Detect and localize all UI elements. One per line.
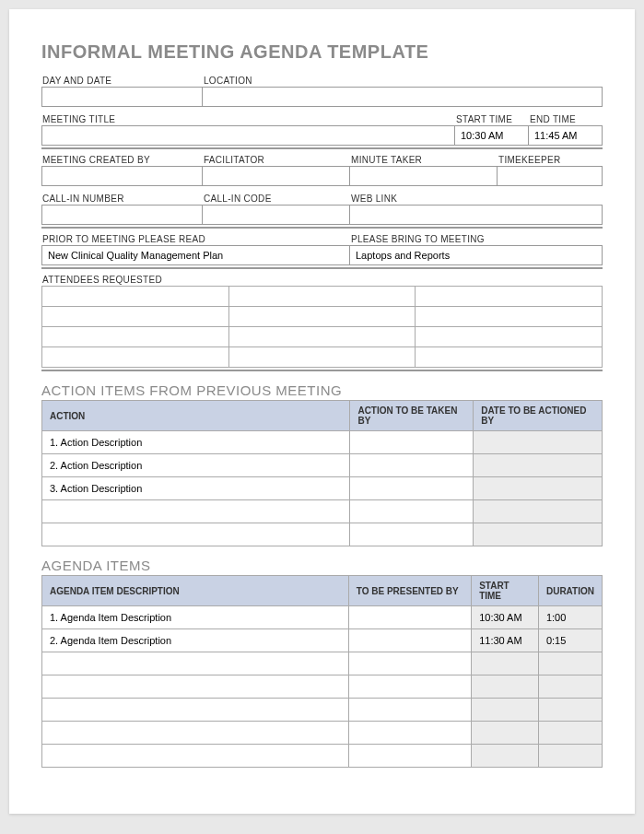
cell-start-time[interactable] xyxy=(472,652,539,675)
cell-duration[interactable] xyxy=(538,722,602,745)
cell-agenda-desc[interactable] xyxy=(42,652,349,675)
cell-action[interactable] xyxy=(42,500,350,523)
section-title-action-items: ACTION ITEMS FROM PREVIOUS MEETING xyxy=(41,382,603,398)
field-timekeeper: TIMEKEEPER xyxy=(498,155,603,186)
input-callin-code[interactable] xyxy=(203,205,350,225)
cell-date[interactable] xyxy=(474,477,603,500)
table-header-row: AGENDA ITEM DESCRIPTION TO BE PRESENTED … xyxy=(42,576,603,606)
cell-agenda-desc[interactable] xyxy=(42,675,349,699)
input-meeting-title[interactable] xyxy=(41,125,455,146)
input-end-time[interactable]: 11:45 AM xyxy=(529,125,603,146)
field-meeting-title: MEETING TITLE xyxy=(41,114,455,146)
document-page: INFORMAL MEETING AGENDA TEMPLATE DAY AND… xyxy=(9,9,635,814)
field-facilitator: FACILITATOR xyxy=(203,155,350,186)
cell-presented-by[interactable] xyxy=(348,675,471,699)
cell-start-time[interactable] xyxy=(472,745,539,768)
input-callin-number[interactable] xyxy=(41,205,203,225)
cell-taken-by[interactable] xyxy=(350,500,474,523)
cell-agenda-desc[interactable]: 2. Agenda Item Description xyxy=(42,629,349,652)
cell-duration[interactable]: 0:15 xyxy=(538,629,602,652)
table-row: 1. Action Description xyxy=(42,431,603,454)
cell-start-time[interactable] xyxy=(472,699,539,722)
row-callin: CALL-IN NUMBER CALL-IN CODE WEB LINK xyxy=(41,194,603,225)
attendee-cell[interactable] xyxy=(228,327,416,347)
cell-date[interactable] xyxy=(474,454,603,477)
table-row xyxy=(42,327,603,347)
cell-duration[interactable] xyxy=(538,745,602,768)
cell-action[interactable]: 1. Action Description xyxy=(42,431,350,454)
input-facilitator[interactable] xyxy=(203,166,350,186)
cell-start-time[interactable]: 11:30 AM xyxy=(472,629,539,652)
cell-action[interactable]: 3. Action Description xyxy=(42,477,350,500)
table-row xyxy=(42,523,603,546)
cell-date[interactable] xyxy=(474,523,603,546)
cell-presented-by[interactable] xyxy=(348,722,471,745)
cell-presented-by[interactable] xyxy=(348,652,471,675)
cell-agenda-desc[interactable]: 1. Agenda Item Description xyxy=(42,606,349,629)
cell-action[interactable] xyxy=(42,523,350,546)
row-prior-bring: PRIOR TO MEETING PLEASE READ New Clinica… xyxy=(41,234,603,265)
cell-presented-by[interactable] xyxy=(348,606,471,629)
cell-presented-by[interactable] xyxy=(348,699,471,722)
cell-duration[interactable]: 1:00 xyxy=(538,606,602,629)
cell-start-time[interactable] xyxy=(472,722,539,745)
attendee-cell[interactable] xyxy=(42,347,229,368)
input-web-link[interactable] xyxy=(350,205,603,225)
attendee-cell[interactable] xyxy=(228,307,416,327)
attendee-cell[interactable] xyxy=(42,327,229,347)
attendee-cell[interactable] xyxy=(228,347,416,368)
table-row xyxy=(42,745,603,768)
cell-date[interactable] xyxy=(474,500,603,523)
field-location: LOCATION xyxy=(203,76,603,107)
input-day-date[interactable] xyxy=(41,87,203,107)
label-callin-number: CALL-IN NUMBER xyxy=(41,194,203,204)
label-callin-code: CALL-IN CODE xyxy=(203,194,350,204)
attendee-cell[interactable] xyxy=(228,287,416,307)
input-prior-read[interactable]: New Clinical Quality Management Plan xyxy=(41,245,350,265)
cell-date[interactable] xyxy=(474,431,603,454)
table-row: 2. Agenda Item Description11:30 AM0:15 xyxy=(42,629,603,652)
label-facilitator: FACILITATOR xyxy=(203,155,350,165)
field-please-bring: PLEASE BRING TO MEETING Laptops and Repo… xyxy=(350,234,603,265)
input-timekeeper[interactable] xyxy=(498,166,603,186)
cell-taken-by[interactable] xyxy=(350,523,474,546)
row-date-location: DAY AND DATE LOCATION xyxy=(41,76,603,107)
field-day-date: DAY AND DATE xyxy=(41,76,203,107)
field-created-by: MEETING CREATED BY xyxy=(41,155,203,186)
table-row xyxy=(42,699,603,722)
label-timekeeper: TIMEKEEPER xyxy=(498,155,603,165)
cell-duration[interactable] xyxy=(538,675,602,699)
label-please-bring: PLEASE BRING TO MEETING xyxy=(350,234,603,244)
field-minute-taker: MINUTE TAKER xyxy=(350,155,498,186)
cell-action[interactable]: 2. Action Description xyxy=(42,454,350,477)
th-action: ACTION xyxy=(42,401,350,431)
input-start-time[interactable]: 10:30 AM xyxy=(455,125,529,146)
cell-start-time[interactable] xyxy=(472,675,539,699)
cell-agenda-desc[interactable] xyxy=(42,745,349,768)
cell-start-time[interactable]: 10:30 AM xyxy=(472,606,539,629)
cell-taken-by[interactable] xyxy=(350,431,474,454)
attendee-cell[interactable] xyxy=(416,347,603,368)
input-please-bring[interactable]: Laptops and Reports xyxy=(350,245,603,265)
cell-duration[interactable] xyxy=(538,652,602,675)
cell-agenda-desc[interactable] xyxy=(42,722,349,745)
cell-presented-by[interactable] xyxy=(348,629,471,652)
attendees-table xyxy=(41,286,603,368)
input-minute-taker[interactable] xyxy=(350,166,498,186)
field-end-time: END TIME 11:45 AM xyxy=(529,114,603,146)
attendee-cell[interactable] xyxy=(42,307,229,327)
input-location[interactable] xyxy=(203,87,603,107)
field-prior-read: PRIOR TO MEETING PLEASE READ New Clinica… xyxy=(41,234,350,265)
attendee-cell[interactable] xyxy=(416,307,603,327)
cell-duration[interactable] xyxy=(538,699,602,722)
attendee-cell[interactable] xyxy=(42,287,229,307)
label-attendees: ATTENDEES REQUESTED xyxy=(41,275,603,285)
cell-taken-by[interactable] xyxy=(350,454,474,477)
th-duration: DURATION xyxy=(538,576,602,606)
cell-presented-by[interactable] xyxy=(348,745,471,768)
cell-agenda-desc[interactable] xyxy=(42,699,349,722)
cell-taken-by[interactable] xyxy=(350,477,474,500)
attendee-cell[interactable] xyxy=(416,327,603,347)
input-created-by[interactable] xyxy=(41,166,203,186)
attendee-cell[interactable] xyxy=(416,287,603,307)
